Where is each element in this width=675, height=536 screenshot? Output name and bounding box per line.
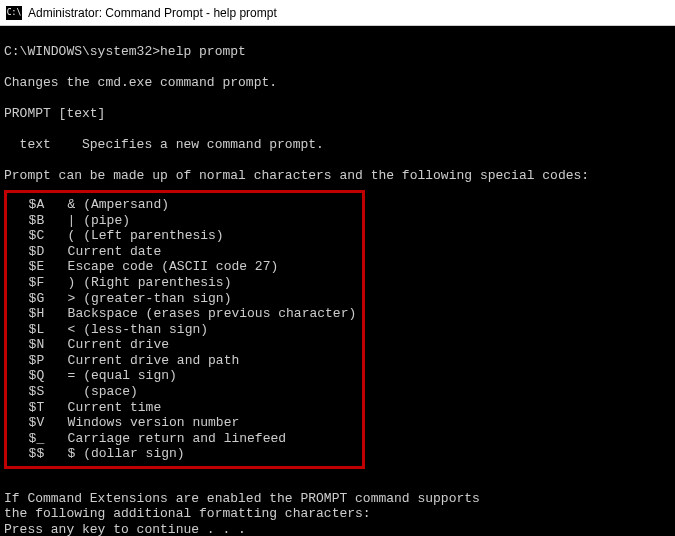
window-titlebar[interactable]: C:\ Administrator: Command Prompt - help… bbox=[0, 0, 675, 26]
cmd-icon: C:\ bbox=[6, 6, 22, 20]
entered-command: help prompt bbox=[160, 44, 246, 60]
press-any-key: Press any key to continue . . . bbox=[4, 522, 246, 536]
window-title: Administrator: Command Prompt - help pro… bbox=[28, 6, 277, 20]
codes-highlight-box: $A & (Ampersand) $B | (pipe) $C ( (Left … bbox=[4, 190, 365, 469]
prompt-path: C:\WINDOWS\system32> bbox=[4, 44, 160, 60]
intro-line: Prompt can be made up of normal characte… bbox=[4, 168, 589, 183]
terminal-output[interactable]: C:\WINDOWS\system32>help prompt Changes … bbox=[0, 26, 675, 536]
syntax-line: PROMPT [text] bbox=[4, 106, 105, 121]
codes-block: $A & (Ampersand) $B | (pipe) $C ( (Left … bbox=[13, 197, 356, 462]
footer-line-2: the following additional formatting char… bbox=[4, 506, 371, 521]
description-line: Changes the cmd.exe command prompt. bbox=[4, 75, 277, 90]
param-line: text Specifies a new command prompt. bbox=[4, 137, 324, 152]
footer-line-1: If Command Extensions are enabled the PR… bbox=[4, 491, 480, 506]
